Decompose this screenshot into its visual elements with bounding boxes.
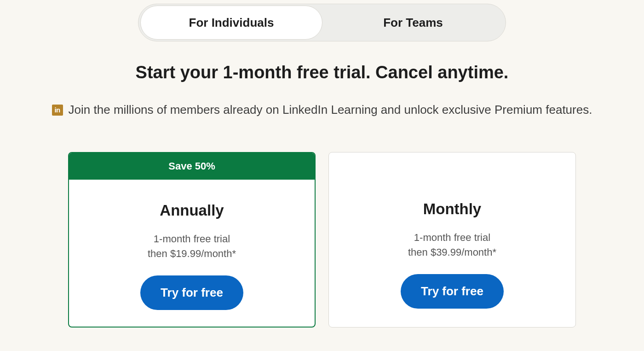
plan-banner-annual: Save 50% <box>69 153 315 180</box>
plan-trial-monthly: 1-month free trial <box>414 232 490 244</box>
subtext: Join the millions of members already on … <box>69 103 592 117</box>
plan-title-annual: Annually <box>160 202 224 219</box>
try-free-button-annual[interactable]: Try for free <box>140 275 243 310</box>
plans-row: Save 50% Annually 1-month free trial the… <box>68 152 576 328</box>
page-headline: Start your 1-month free trial. Cancel an… <box>136 63 509 82</box>
linkedin-icon: in <box>52 105 63 116</box>
plan-card-monthly: Monthly 1-month free trial then $39.99/m… <box>328 152 576 328</box>
tab-teams[interactable]: For Teams <box>322 6 504 40</box>
plan-banner-spacer <box>329 152 575 178</box>
tab-individuals[interactable]: For Individuals <box>140 6 322 40</box>
plan-price-monthly: then $39.99/month* <box>408 246 496 258</box>
try-free-button-monthly[interactable]: Try for free <box>401 274 504 309</box>
subtext-row: in Join the millions of members already … <box>52 103 592 117</box>
plan-card-annual: Save 50% Annually 1-month free trial the… <box>68 152 316 328</box>
plan-body-monthly: Monthly 1-month free trial then $39.99/m… <box>329 178 575 325</box>
plan-trial-annual: 1-month free trial <box>154 233 230 245</box>
plan-price-annual: then $19.99/month* <box>148 248 236 260</box>
plan-body-annual: Annually 1-month free trial then $19.99/… <box>69 180 315 327</box>
plan-title-monthly: Monthly <box>423 200 481 218</box>
tab-switcher: For Individuals For Teams <box>138 4 506 41</box>
